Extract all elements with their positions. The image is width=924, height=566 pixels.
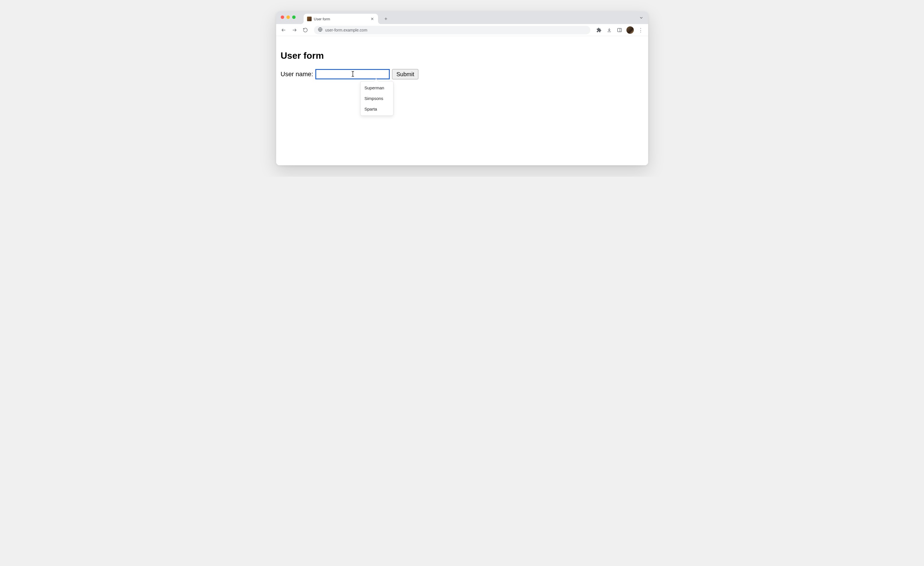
browser-tab[interactable]: User form ✕ xyxy=(304,14,378,24)
favicon-icon xyxy=(307,17,312,21)
svg-rect-5 xyxy=(618,29,621,32)
submit-button[interactable]: Submit xyxy=(392,69,418,79)
page-heading: User form xyxy=(281,50,644,61)
toolbar: user-form.example.com ⋮ xyxy=(276,24,648,36)
close-tab-button[interactable]: ✕ xyxy=(370,17,375,21)
side-panel-button[interactable] xyxy=(615,26,624,35)
page-content: User form User name: Submit Superman Sim… xyxy=(276,36,648,165)
autocomplete-dropdown: Superman Simpsons Sparta xyxy=(360,81,393,116)
back-button[interactable] xyxy=(279,26,288,35)
reload-button[interactable] xyxy=(301,26,310,35)
tabs-dropdown-button[interactable] xyxy=(639,15,644,21)
close-window-button[interactable] xyxy=(281,15,284,19)
minimize-window-button[interactable] xyxy=(286,15,290,19)
user-form: User name: Submit Superman Simpsons Spar… xyxy=(281,69,644,79)
maximize-window-button[interactable] xyxy=(292,15,296,19)
tab-title: User form xyxy=(314,17,368,21)
browser-window: User form ✕ + user-form.example.com xyxy=(276,12,648,165)
username-input[interactable] xyxy=(315,69,390,79)
address-bar[interactable]: user-form.example.com xyxy=(314,26,590,35)
autocomplete-item[interactable]: Superman xyxy=(360,83,393,93)
username-label: User name: xyxy=(281,71,314,78)
forward-button[interactable] xyxy=(290,26,299,35)
downloads-button[interactable] xyxy=(604,26,614,35)
autocomplete-item[interactable]: Simpsons xyxy=(360,93,393,104)
globe-icon xyxy=(318,27,322,33)
menu-button[interactable]: ⋮ xyxy=(636,26,645,35)
traffic-lights xyxy=(281,15,296,19)
new-tab-button[interactable]: + xyxy=(382,15,390,23)
profile-avatar[interactable] xyxy=(626,26,634,34)
autocomplete-item[interactable]: Sparta xyxy=(360,104,393,114)
extensions-button[interactable] xyxy=(594,26,603,35)
url-text: user-form.example.com xyxy=(326,28,368,32)
toolbar-right: ⋮ xyxy=(594,26,645,35)
titlebar: User form ✕ + xyxy=(276,12,648,24)
